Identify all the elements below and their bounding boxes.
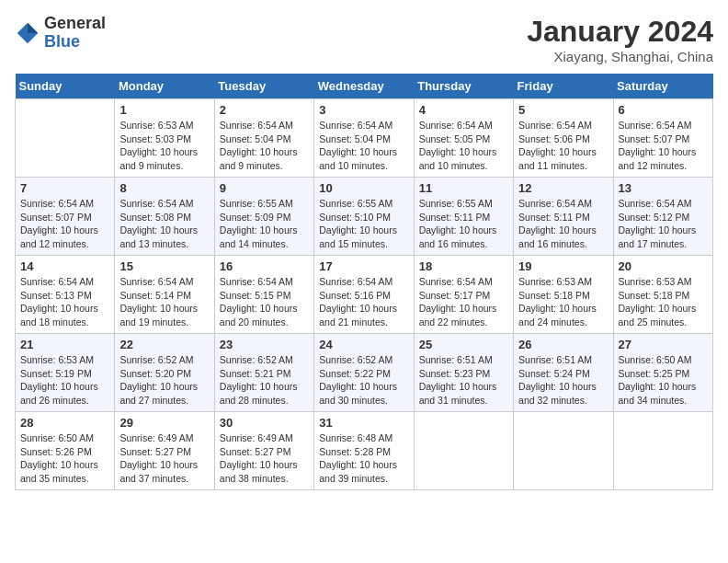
calendar-cell: 2Sunrise: 6:54 AM Sunset: 5:04 PM Daylig… (214, 99, 313, 178)
day-number: 25 (419, 338, 508, 351)
calendar-cell: 13Sunrise: 6:54 AM Sunset: 5:12 PM Dayli… (613, 178, 712, 256)
day-info: Sunrise: 6:55 AM Sunset: 5:09 PM Dayligh… (220, 197, 309, 251)
day-number: 6 (619, 103, 708, 117)
day-info: Sunrise: 6:54 AM Sunset: 5:16 PM Dayligh… (319, 275, 408, 329)
calendar-cell: 31Sunrise: 6:48 AM Sunset: 5:28 PM Dayli… (314, 412, 414, 490)
day-number: 27 (619, 338, 708, 351)
day-number: 11 (419, 181, 508, 195)
calendar-cell: 19Sunrise: 6:53 AM Sunset: 5:18 PM Dayli… (514, 256, 613, 334)
day-info: Sunrise: 6:53 AM Sunset: 5:18 PM Dayligh… (518, 275, 608, 329)
day-info: Sunrise: 6:54 AM Sunset: 5:15 PM Dayligh… (220, 275, 309, 329)
day-number: 12 (518, 181, 608, 195)
day-number: 16 (220, 259, 309, 273)
calendar-cell: 8Sunrise: 6:54 AM Sunset: 5:08 PM Daylig… (115, 178, 214, 256)
calendar-cell (16, 99, 115, 178)
day-info: Sunrise: 6:51 AM Sunset: 5:23 PM Dayligh… (419, 353, 508, 408)
calendar-table: SundayMondayTuesdayWednesdayThursdayFrid… (15, 74, 713, 490)
calendar-cell: 3Sunrise: 6:54 AM Sunset: 5:04 PM Daylig… (314, 99, 414, 178)
calendar-cell: 4Sunrise: 6:54 AM Sunset: 5:05 PM Daylig… (414, 99, 513, 178)
header-row: SundayMondayTuesdayWednesdayThursdayFrid… (16, 74, 713, 99)
day-info: Sunrise: 6:54 AM Sunset: 5:13 PM Dayligh… (20, 275, 109, 329)
day-number: 30 (220, 416, 309, 430)
day-info: Sunrise: 6:50 AM Sunset: 5:25 PM Dayligh… (619, 353, 708, 408)
calendar-cell: 6Sunrise: 6:54 AM Sunset: 5:07 PM Daylig… (613, 99, 712, 178)
calendar-cell (514, 412, 613, 490)
week-row-1: 1Sunrise: 6:53 AM Sunset: 5:03 PM Daylig… (16, 99, 713, 178)
day-number: 29 (119, 416, 209, 430)
calendar-cell: 20Sunrise: 6:53 AM Sunset: 5:18 PM Dayli… (613, 256, 712, 334)
calendar-cell: 26Sunrise: 6:51 AM Sunset: 5:24 PM Dayli… (514, 334, 613, 412)
day-info: Sunrise: 6:54 AM Sunset: 5:04 PM Dayligh… (220, 119, 309, 173)
day-number: 1 (119, 103, 209, 117)
svg-marker-1 (28, 23, 38, 33)
calendar-cell: 18Sunrise: 6:54 AM Sunset: 5:17 PM Dayli… (414, 256, 513, 334)
day-info: Sunrise: 6:55 AM Sunset: 5:10 PM Dayligh… (319, 197, 408, 251)
calendar-cell: 12Sunrise: 6:54 AM Sunset: 5:11 PM Dayli… (514, 178, 613, 256)
day-number: 14 (20, 259, 109, 273)
day-number: 24 (319, 338, 408, 351)
day-number: 4 (419, 103, 508, 117)
day-number: 31 (319, 416, 408, 430)
calendar-cell: 25Sunrise: 6:51 AM Sunset: 5:23 PM Dayli… (414, 334, 513, 412)
day-number: 3 (319, 103, 408, 117)
calendar-cell: 24Sunrise: 6:52 AM Sunset: 5:22 PM Dayli… (314, 334, 414, 412)
day-info: Sunrise: 6:54 AM Sunset: 5:04 PM Dayligh… (319, 119, 408, 173)
day-number: 9 (220, 181, 309, 195)
calendar-cell: 30Sunrise: 6:49 AM Sunset: 5:27 PM Dayli… (214, 412, 313, 490)
day-info: Sunrise: 6:48 AM Sunset: 5:28 PM Dayligh… (319, 431, 408, 486)
day-info: Sunrise: 6:54 AM Sunset: 5:17 PM Dayligh… (419, 275, 508, 329)
day-info: Sunrise: 6:54 AM Sunset: 5:07 PM Dayligh… (20, 197, 109, 251)
day-number: 15 (119, 259, 209, 273)
header-tuesday: Tuesday (214, 74, 313, 99)
day-info: Sunrise: 6:53 AM Sunset: 5:19 PM Dayligh… (20, 353, 109, 408)
day-number: 2 (220, 103, 309, 117)
calendar-subtitle: Xiayang, Shanghai, China (527, 49, 713, 64)
day-info: Sunrise: 6:52 AM Sunset: 5:20 PM Dayligh… (119, 353, 209, 408)
calendar-cell: 17Sunrise: 6:54 AM Sunset: 5:16 PM Dayli… (314, 256, 414, 334)
calendar-cell: 14Sunrise: 6:54 AM Sunset: 5:13 PM Dayli… (16, 256, 115, 334)
calendar-cell: 9Sunrise: 6:55 AM Sunset: 5:09 PM Daylig… (214, 178, 313, 256)
calendar-cell: 16Sunrise: 6:54 AM Sunset: 5:15 PM Dayli… (214, 256, 313, 334)
day-info: Sunrise: 6:54 AM Sunset: 5:06 PM Dayligh… (518, 119, 608, 173)
day-info: Sunrise: 6:54 AM Sunset: 5:14 PM Dayligh… (119, 275, 209, 329)
day-number: 22 (119, 338, 209, 351)
day-info: Sunrise: 6:54 AM Sunset: 5:07 PM Dayligh… (619, 119, 708, 173)
day-info: Sunrise: 6:54 AM Sunset: 5:05 PM Dayligh… (419, 119, 508, 173)
page-header: General Blue January 2024 Xiayang, Shang… (15, 15, 713, 64)
day-number: 21 (20, 338, 109, 351)
logo-text: General Blue (44, 15, 106, 52)
calendar-cell: 7Sunrise: 6:54 AM Sunset: 5:07 PM Daylig… (16, 178, 115, 256)
calendar-cell: 11Sunrise: 6:55 AM Sunset: 5:11 PM Dayli… (414, 178, 513, 256)
day-info: Sunrise: 6:50 AM Sunset: 5:26 PM Dayligh… (20, 431, 109, 486)
calendar-cell: 21Sunrise: 6:53 AM Sunset: 5:19 PM Dayli… (16, 334, 115, 412)
day-info: Sunrise: 6:54 AM Sunset: 5:11 PM Dayligh… (518, 197, 608, 251)
header-wednesday: Wednesday (314, 74, 414, 99)
week-row-4: 21Sunrise: 6:53 AM Sunset: 5:19 PM Dayli… (16, 334, 713, 412)
logo: General Blue (15, 15, 106, 52)
title-section: January 2024 Xiayang, Shanghai, China (527, 15, 713, 64)
calendar-cell: 15Sunrise: 6:54 AM Sunset: 5:14 PM Dayli… (115, 256, 214, 334)
calendar-cell: 28Sunrise: 6:50 AM Sunset: 5:26 PM Dayli… (16, 412, 115, 490)
day-info: Sunrise: 6:49 AM Sunset: 5:27 PM Dayligh… (119, 431, 209, 486)
day-info: Sunrise: 6:49 AM Sunset: 5:27 PM Dayligh… (220, 431, 309, 486)
calendar-title: January 2024 (527, 15, 713, 49)
header-monday: Monday (115, 74, 214, 99)
calendar-cell: 22Sunrise: 6:52 AM Sunset: 5:20 PM Dayli… (115, 334, 214, 412)
day-number: 19 (518, 259, 608, 273)
day-number: 8 (119, 181, 209, 195)
calendar-cell: 1Sunrise: 6:53 AM Sunset: 5:03 PM Daylig… (115, 99, 214, 178)
day-info: Sunrise: 6:54 AM Sunset: 5:12 PM Dayligh… (619, 197, 708, 251)
day-number: 7 (20, 181, 109, 195)
day-info: Sunrise: 6:52 AM Sunset: 5:21 PM Dayligh… (220, 353, 309, 408)
header-saturday: Saturday (613, 74, 712, 99)
calendar-cell: 23Sunrise: 6:52 AM Sunset: 5:21 PM Dayli… (214, 334, 313, 412)
day-info: Sunrise: 6:54 AM Sunset: 5:08 PM Dayligh… (119, 197, 209, 251)
header-thursday: Thursday (414, 74, 513, 99)
week-row-5: 28Sunrise: 6:50 AM Sunset: 5:26 PM Dayli… (16, 412, 713, 490)
day-info: Sunrise: 6:52 AM Sunset: 5:22 PM Dayligh… (319, 353, 408, 408)
week-row-2: 7Sunrise: 6:54 AM Sunset: 5:07 PM Daylig… (16, 178, 713, 256)
day-number: 17 (319, 259, 408, 273)
day-number: 26 (518, 338, 608, 351)
day-info: Sunrise: 6:53 AM Sunset: 5:03 PM Dayligh… (119, 119, 209, 173)
day-number: 10 (319, 181, 408, 195)
